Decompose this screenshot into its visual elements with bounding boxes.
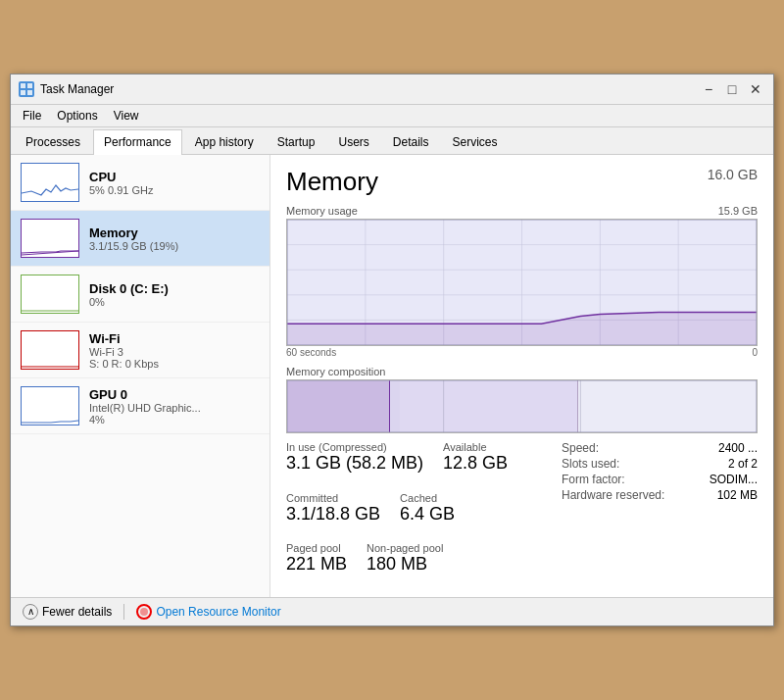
- gpu-detail2: 4%: [89, 414, 260, 425]
- footer-divider: [123, 604, 124, 620]
- sidebar-item-wifi[interactable]: Wi-Fi Wi-Fi 3 S: 0 R: 0 Kbps: [11, 323, 270, 378]
- cached-group: Cached 6.4 GB: [400, 492, 455, 525]
- tab-app-history[interactable]: App history: [184, 129, 265, 154]
- speed-value: 2400 ...: [672, 441, 758, 455]
- minimize-button[interactable]: −: [699, 80, 718, 98]
- disk-mini-chart: [22, 275, 78, 313]
- chart-label-row: Memory usage 15.9 GB: [286, 205, 758, 217]
- time-start: 60 seconds: [286, 347, 336, 358]
- in-use-value: 3.1 GB (58.2 MB): [286, 453, 423, 475]
- composition-section: Memory composition: [286, 366, 758, 433]
- sidebar: CPU 5% 0.91 GHz Memory 3.1/15.9 GB (19%): [11, 155, 270, 597]
- wifi-detail1: Wi-Fi 3: [89, 346, 260, 358]
- in-use-label: In use (Compressed): [286, 441, 423, 453]
- footer: ∧ Fewer details Open Resource Monitor: [11, 597, 773, 625]
- svg-rect-19: [287, 380, 757, 432]
- tab-processes[interactable]: Processes: [15, 129, 91, 154]
- tab-services[interactable]: Services: [442, 129, 509, 154]
- cached-value: 6.4 GB: [400, 504, 455, 525]
- gpu-thumbnail: [21, 386, 79, 425]
- cpu-name: CPU: [89, 170, 260, 184]
- paged-label: Paged pool: [286, 542, 347, 554]
- in-use-group: In use (Compressed) 3.1 GB (58.2 MB): [286, 441, 423, 475]
- available-group: Available 12.8 GB: [443, 441, 508, 475]
- sidebar-item-cpu[interactable]: CPU 5% 0.91 GHz: [11, 155, 270, 211]
- slots-label: Slots used:: [562, 457, 664, 471]
- wifi-detail2: S: 0 R: 0 Kbps: [89, 358, 260, 370]
- tab-users[interactable]: Users: [327, 129, 379, 154]
- maximize-button[interactable]: □: [722, 80, 742, 98]
- available-value: 12.8 GB: [443, 453, 508, 475]
- menu-file[interactable]: File: [15, 107, 49, 125]
- gpu-detail1: Intel(R) UHD Graphic...: [89, 402, 260, 414]
- chart-time-labels: 60 seconds 0: [286, 347, 758, 358]
- resource-monitor-icon: [136, 604, 152, 620]
- stats-area: In use (Compressed) 3.1 GB (58.2 MB) Ava…: [286, 441, 758, 585]
- reserved-value: 102 MB: [672, 488, 758, 502]
- menu-bar: File Options View: [11, 105, 773, 127]
- tab-details[interactable]: Details: [382, 129, 440, 154]
- window-title: Task Manager: [40, 82, 699, 96]
- task-manager-window: Task Manager − □ ✕ File Options View Pro…: [10, 74, 774, 626]
- main-panel: Memory 16.0 GB Memory usage 15.9 GB: [270, 155, 773, 597]
- memory-chart: [286, 219, 758, 346]
- chart-max: 15.9 GB: [718, 205, 758, 217]
- right-table: Speed: 2400 ... Slots used: 2 of 2 Form …: [562, 441, 758, 502]
- cpu-mini-chart: [22, 164, 78, 201]
- paged-group: Paged pool 221 MB: [286, 542, 347, 575]
- tab-bar: Processes Performance App history Startu…: [11, 127, 773, 155]
- menu-view[interactable]: View: [106, 107, 147, 125]
- composition-label-row: Memory composition: [286, 366, 758, 377]
- cpu-detail: 5% 0.91 GHz: [89, 184, 260, 196]
- stats-left: In use (Compressed) 3.1 GB (58.2 MB) Ava…: [286, 441, 562, 585]
- wifi-info: Wi-Fi Wi-Fi 3 S: 0 R: 0 Kbps: [89, 331, 260, 370]
- memory-chart-svg: [287, 220, 757, 345]
- gpu-name: GPU 0: [89, 387, 260, 402]
- svg-rect-3: [27, 90, 32, 95]
- close-button[interactable]: ✕: [746, 80, 765, 98]
- committed-group: Committed 3.1/18.8 GB: [286, 492, 380, 525]
- sidebar-item-gpu[interactable]: GPU 0 Intel(R) UHD Graphic... 4%: [11, 378, 270, 434]
- cpu-info: CPU 5% 0.91 GHz: [89, 170, 260, 196]
- memory-thumbnail: [21, 219, 79, 258]
- sidebar-item-memory[interactable]: Memory 3.1/15.9 GB (19%): [11, 211, 270, 267]
- wifi-mini-chart: [22, 331, 78, 369]
- tab-performance[interactable]: Performance: [93, 129, 182, 155]
- disk-name: Disk 0 (C: E:): [89, 281, 260, 296]
- composition-label: Memory composition: [286, 366, 385, 377]
- form-value: SODIM...: [672, 473, 758, 486]
- open-monitor-label: Open Resource Monitor: [156, 605, 280, 619]
- main-content: CPU 5% 0.91 GHz Memory 3.1/15.9 GB (19%): [11, 155, 773, 597]
- stats-right: Speed: 2400 ... Slots used: 2 of 2 Form …: [562, 441, 758, 585]
- fewer-details-button[interactable]: ∧ Fewer details: [23, 604, 112, 620]
- open-resource-monitor-link[interactable]: Open Resource Monitor: [136, 604, 280, 620]
- main-header: Memory 16.0 GB: [286, 167, 758, 197]
- speed-label: Speed:: [562, 441, 664, 455]
- window-controls: − □ ✕: [699, 80, 765, 98]
- fewer-details-label: Fewer details: [42, 605, 112, 619]
- available-label: Available: [443, 441, 508, 453]
- menu-options[interactable]: Options: [49, 107, 105, 125]
- sidebar-item-disk[interactable]: Disk 0 (C: E:) 0%: [11, 267, 270, 323]
- cpu-thumbnail: [21, 163, 79, 202]
- slots-value: 2 of 2: [672, 457, 758, 471]
- nonpaged-label: Non-paged pool: [367, 542, 443, 554]
- disk-detail: 0%: [89, 296, 260, 308]
- composition-grid: [287, 380, 757, 432]
- cached-label: Cached: [400, 492, 455, 504]
- chart-label: Memory usage: [286, 205, 358, 217]
- wifi-name: Wi-Fi: [89, 331, 260, 346]
- composition-chart: [286, 379, 758, 433]
- nonpaged-value: 180 MB: [367, 554, 443, 575]
- tab-startup[interactable]: Startup: [267, 129, 326, 154]
- form-label: Form factor:: [562, 473, 664, 486]
- disk-thumbnail: [21, 275, 79, 314]
- memory-info: Memory 3.1/15.9 GB (19%): [89, 225, 260, 252]
- memory-name: Memory: [89, 225, 260, 240]
- committed-value: 3.1/18.8 GB: [286, 504, 380, 525]
- svg-rect-2: [21, 90, 25, 95]
- committed-label: Committed: [286, 492, 380, 504]
- svg-rect-1: [27, 83, 32, 88]
- svg-rect-0: [21, 83, 25, 88]
- total-memory: 16.0 GB: [708, 167, 758, 182]
